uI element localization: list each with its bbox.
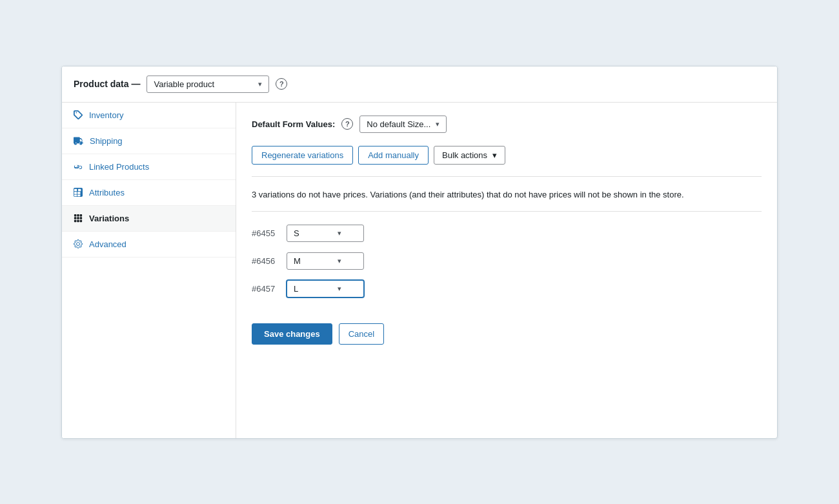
sidebar-label-inventory: Inventory [89,110,123,120]
variation-id-6456: #6456 [252,256,279,266]
sidebar-item-shipping[interactable]: Shipping [62,128,236,154]
regenerate-variations-button[interactable]: Regenerate variations [252,146,353,165]
sidebar-label-attributes: Attributes [89,188,125,197]
variation-row-6456: #6456 M ▾ [252,252,762,270]
sidebar-item-linked-products[interactable]: Linked Products [62,154,236,180]
sidebar-label-advanced: Advanced [89,239,126,249]
link-icon [74,162,83,171]
sidebar-item-inventory[interactable]: Inventory [62,103,236,128]
chevron-down-icon-form: ▾ [436,120,440,128]
variation-row-6457: #6457 L ▾ [252,280,762,297]
bulk-actions-button[interactable]: Bulk actions ▾ [434,146,505,165]
product-data-panel: Product data — Variable product ▾ ? Inve… [61,66,778,439]
variation-select-6455[interactable]: S ▾ [287,225,364,242]
sidebar-label-linked-products: Linked Products [89,162,149,172]
tag-icon [74,110,83,119]
chevron-down-icon-v3: ▾ [338,285,341,293]
default-form-label: Default Form Values: [252,119,335,129]
variation-id-6457: #6457 [252,284,279,294]
sidebar-label-shipping: Shipping [90,136,123,146]
variation-size-6457[interactable]: L [294,284,332,294]
form-values-help-icon[interactable]: ? [341,118,353,130]
default-size-dropdown[interactable]: No default Size... [367,119,430,129]
default-form-values-row: Default Form Values: ? No default Size..… [252,116,762,133]
chevron-down-icon-v1: ▾ [338,229,341,237]
variation-select-6456[interactable]: M ▾ [287,252,364,270]
grid-icon [74,214,83,223]
product-type-dropdown[interactable]: Variable product [154,79,253,89]
sidebar-item-advanced[interactable]: Advanced [62,232,236,257]
variation-select-6457[interactable]: L ▾ [287,280,364,297]
main-content: Inventory Shipping Linked Products [62,103,777,438]
product-data-header: Product data — Variable product ▾ ? [62,66,777,103]
sidebar-item-variations[interactable]: Variations [62,206,236,232]
cancel-button[interactable]: Cancel [339,323,384,345]
add-manually-button[interactable]: Add manually [358,146,429,165]
no-default-select[interactable]: No default Size... ▾ [359,116,447,133]
chevron-down-icon-v2: ▾ [338,257,341,265]
save-changes-button[interactable]: Save changes [252,323,332,345]
chevron-down-icon-bulk: ▾ [492,150,497,160]
warning-text: 3 variations do not have prices. Variati… [252,188,762,212]
gear-icon [74,239,83,248]
variation-id-6455: #6455 [252,228,279,238]
product-type-select[interactable]: Variable product ▾ [147,76,269,93]
variations-panel: Default Form Values: ? No default Size..… [236,103,777,438]
product-data-label: Product data — [74,79,140,89]
chevron-down-icon: ▾ [258,80,262,88]
variation-size-6455[interactable]: S [294,228,332,238]
sidebar-label-variations: Variations [89,214,129,223]
variation-size-6456[interactable]: M [294,256,332,266]
action-buttons-row: Regenerate variations Add manually Bulk … [252,146,762,177]
sidebar: Inventory Shipping Linked Products [62,103,236,438]
save-cancel-row: Save changes Cancel [252,313,762,345]
help-icon[interactable]: ? [276,78,287,90]
sidebar-item-attributes[interactable]: Attributes [62,180,236,206]
variation-row-6455: #6455 S ▾ [252,225,762,242]
bulk-actions-label: Bulk actions [442,150,487,160]
table-icon [74,188,83,197]
truck-icon [74,137,83,145]
